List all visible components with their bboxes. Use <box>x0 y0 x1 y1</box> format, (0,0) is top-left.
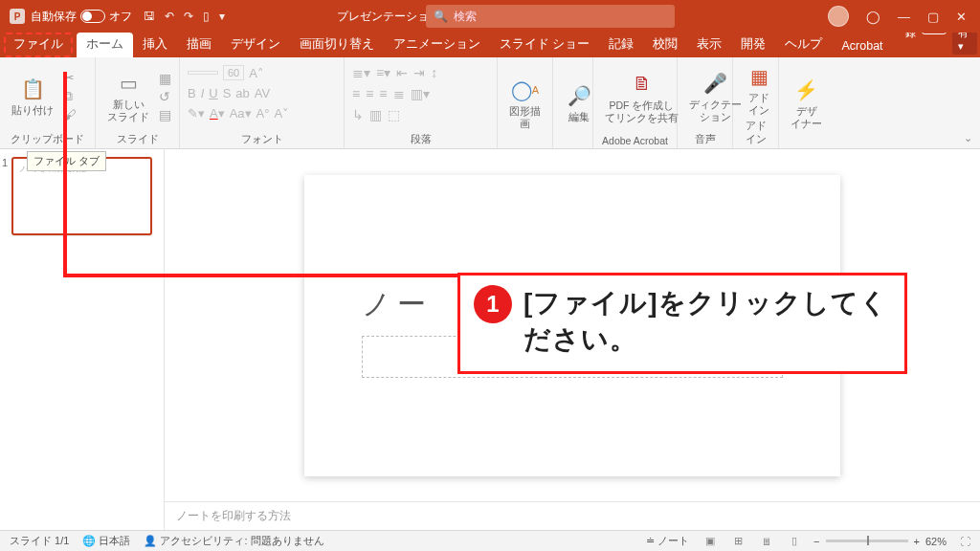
autosave-toggle[interactable]: 自動保存 オフ <box>31 9 132 25</box>
tab-help[interactable]: ヘルプ <box>775 33 832 57</box>
notes-pane[interactable]: ノートを印刷する方法 <box>165 501 980 530</box>
underline-icon[interactable]: U <box>209 86 217 100</box>
slideshow-view-icon[interactable]: ▯ <box>789 535 800 547</box>
zoom-out-icon[interactable]: − <box>813 536 819 547</box>
tab-draw[interactable]: 描画 <box>177 33 221 57</box>
language-status[interactable]: 🌐 日本語 <box>82 534 130 548</box>
align-right-icon[interactable]: ≡ <box>379 86 387 101</box>
tab-design[interactable]: デザイン <box>221 33 290 57</box>
align-center-icon[interactable]: ≡ <box>366 86 373 101</box>
paste-button[interactable]: 📋 貼り付け <box>8 74 57 119</box>
increase-font-icon[interactable]: A˄ <box>249 66 264 80</box>
search-placeholder: 検索 <box>454 9 477 25</box>
editing-button[interactable]: 🔎編集 <box>561 80 597 125</box>
tab-home[interactable]: ホーム <box>86 37 123 51</box>
tab-developer[interactable]: 開発 <box>731 33 775 57</box>
tab-view[interactable]: 表示 <box>687 33 731 57</box>
change-case-icon[interactable]: Aa▾ <box>230 106 252 121</box>
reset-icon[interactable]: ↺ <box>159 89 171 104</box>
new-slide-icon: ▭ <box>114 70 143 97</box>
callout-number: 1 <box>474 285 512 323</box>
collapse-ribbon-icon[interactable]: ⌄ <box>964 132 972 144</box>
zoom-slider[interactable] <box>826 540 908 542</box>
fit-window-icon[interactable]: ⛶ <box>960 536 970 547</box>
group-label-slides: スライド <box>103 131 171 146</box>
hint-icon[interactable]: ◯ <box>866 10 880 24</box>
sorter-view-icon[interactable]: ⊞ <box>731 535 746 547</box>
zoom-in-icon[interactable]: + <box>914 536 920 547</box>
tab-slideshow[interactable]: スライド ショー <box>490 33 599 57</box>
highlight-icon[interactable]: ✎▾ <box>188 106 205 121</box>
columns-icon[interactable]: ▥▾ <box>411 86 430 101</box>
minimize-icon[interactable]: — <box>898 10 910 24</box>
title-bar: P 自動保存 オフ 🖫 ↶ ↷ ▯ ▾ プレゼンテーション5 - Power… … <box>0 0 980 33</box>
find-icon: 🔎 <box>565 82 593 109</box>
acrobat-pdf-button[interactable]: 🗎PDF を作成し てリンクを共有 <box>601 69 682 125</box>
font-size[interactable]: 60 <box>223 65 244 80</box>
bold-icon[interactable]: B <box>188 86 196 100</box>
account-avatar[interactable] <box>828 6 849 27</box>
line-spacing-icon[interactable]: ↕ <box>431 65 437 80</box>
spacing-icon[interactable]: AV <box>255 86 270 100</box>
layout-icon[interactable]: ▦ <box>159 71 171 86</box>
instruction-callout: 1 [ファイル]をクリックしてください。 <box>457 273 907 374</box>
notes-placeholder: ノートを印刷する方法 <box>176 509 291 522</box>
reading-view-icon[interactable]: 🗏 <box>759 536 775 547</box>
zoom-control[interactable]: − + 62% <box>813 536 947 547</box>
shadow-icon[interactable]: ab <box>235 86 249 100</box>
tab-insert[interactable]: 挿入 <box>133 33 177 57</box>
save-icon[interactable]: 🖫 <box>144 10 155 23</box>
align-left-icon[interactable]: ≡ <box>352 86 360 101</box>
search-icon: 🔍 <box>434 10 448 23</box>
strike-icon[interactable]: S <box>223 86 232 100</box>
designer-button[interactable]: ⚡デザ イナー <box>787 75 826 131</box>
clear-format-icon[interactable]: A° <box>256 106 270 121</box>
tab-record[interactable]: 記録 <box>599 33 643 57</box>
section-icon[interactable]: ▤ <box>159 107 171 122</box>
accessibility-status[interactable]: 👤 アクセシビリティ: 問題ありません <box>144 534 323 548</box>
autosave-state: オフ <box>109 9 132 25</box>
group-label-clipboard: クリップボード <box>8 131 87 146</box>
ribbon: 📋 貼り付け ✂ ⧉ 🖌 クリップボード ▭ 新しい スライド ▦ ↺ ▤ スラ… <box>0 57 980 149</box>
status-bar: スライド 1/1 🌐 日本語 👤 アクセシビリティ: 問題ありません ≐ ノート… <box>0 530 980 551</box>
normal-view-icon[interactable]: ▣ <box>702 535 718 547</box>
smartart-icon[interactable]: ⬚ <box>388 107 400 122</box>
slide-counter[interactable]: スライド 1/1 <box>10 534 69 548</box>
numbering-icon[interactable]: ≡▾ <box>376 65 390 80</box>
maximize-icon[interactable]: ▢ <box>927 10 939 24</box>
align-text-icon[interactable]: ▥ <box>369 107 382 122</box>
clipboard-icon: 📋 <box>18 76 47 102</box>
shapes-button[interactable]: ◯A図形描画 <box>505 75 545 131</box>
tab-animations[interactable]: アニメーション <box>384 33 490 57</box>
tab-file[interactable]: ファイル <box>4 33 73 57</box>
slideshow-icon[interactable]: ▯ <box>203 10 210 23</box>
addins-button[interactable]: ▦アド イン <box>741 61 777 118</box>
designer-icon: ⚡ <box>792 77 821 103</box>
group-label-drawing <box>505 144 545 146</box>
indent-inc-icon[interactable]: ⇥ <box>413 65 425 80</box>
group-label-editing <box>561 144 585 146</box>
group-label-voice: 音声 <box>685 131 724 146</box>
slide-thumbnails-pane[interactable]: 1 ノートを印刷する方法 <box>0 149 165 530</box>
qat-more-icon[interactable]: ▾ <box>219 10 225 23</box>
new-slide-button[interactable]: ▭ 新しい スライド <box>103 68 153 124</box>
callout-text: [ファイル]をクリックしてください。 <box>523 285 891 358</box>
italic-icon[interactable]: I <box>201 86 205 100</box>
bullets-icon[interactable]: ≣▾ <box>352 65 370 80</box>
decrease-font-icon[interactable]: A˅ <box>274 106 289 121</box>
notes-toggle[interactable]: ≐ ノート <box>646 534 689 548</box>
tab-review[interactable]: 校閲 <box>643 33 687 57</box>
font-color-icon[interactable]: A▾ <box>210 106 225 121</box>
undo-icon[interactable]: ↶ <box>165 10 174 23</box>
tab-acrobat[interactable]: Acrobat <box>832 35 892 57</box>
search-box[interactable]: 🔍 検索 <box>426 5 675 28</box>
pdf-icon: 🗎 <box>628 71 657 98</box>
zoom-value[interactable]: 62% <box>925 536 947 547</box>
toggle-icon <box>80 10 105 23</box>
tab-transitions[interactable]: 画面切り替え <box>290 33 384 57</box>
redo-icon[interactable]: ↷ <box>184 10 193 23</box>
text-direction-icon[interactable]: ↳ <box>352 107 364 122</box>
justify-icon[interactable]: ≣ <box>393 86 405 101</box>
indent-dec-icon[interactable]: ⇤ <box>396 65 408 80</box>
close-icon[interactable]: ✕ <box>956 10 967 24</box>
